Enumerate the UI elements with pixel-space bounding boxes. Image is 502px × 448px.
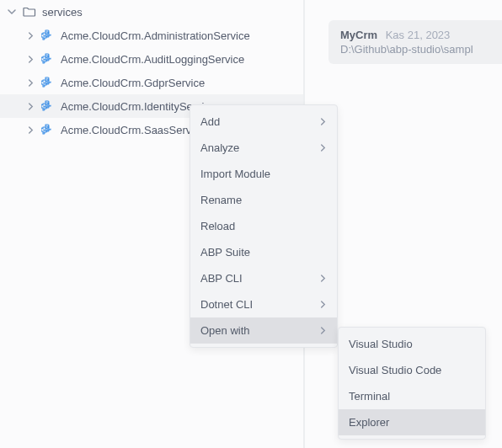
menu-item[interactable]: ABP Suite [190,239,337,265]
module-icon [40,51,56,67]
menu-item-label: ABP Suite [200,246,250,259]
chevron-down-icon [5,5,19,19]
menu-item-label: Import Module [200,168,270,180]
menu-item-label: ABP CLI [200,272,243,285]
tree-item[interactable]: Acme.CloudCrm.AdministrationService [0,24,303,47]
menu-item-label: Reload [200,220,235,232]
tree-item-label: Acme.CloudCrm.AuditLoggingService [61,53,244,66]
context-submenu: Visual StudioVisual Studio CodeTerminalE… [338,327,486,440]
module-icon [40,122,56,137]
project-path: D:\Github\abp-studio\sampl [340,43,502,56]
tree-item-label: Acme.CloudCrm.SaasService [61,124,206,136]
tree-item[interactable]: Acme.CloudCrm.GdprService [0,71,303,94]
chevron-right-icon [24,76,37,89]
submenu-item[interactable]: Visual Studio [339,331,485,357]
project-card[interactable]: MyCrm Kas 21, 2023 D:\Github\abp-studio\… [328,20,502,64]
submenu-item-label: Terminal [349,390,390,403]
module-icon [40,28,56,43]
project-date: Kas 21, 2023 [386,29,451,41]
project-title: MyCrm [340,29,377,41]
submenu-item-label: Explorer [349,416,389,429]
menu-item[interactable]: Dotnet CLI [190,291,337,317]
menu-item[interactable]: Analyze [190,135,337,161]
tree-item[interactable]: Acme.CloudCrm.AuditLoggingService [0,47,303,71]
menu-item[interactable]: ABP CLI [190,265,337,291]
menu-item[interactable]: Reload [190,213,337,239]
submenu-item[interactable]: Explorer [339,409,485,435]
submenu-item-label: Visual Studio [349,338,413,350]
chevron-right-icon [319,325,327,337]
menu-item-label: Analyze [200,141,239,154]
chevron-right-icon [319,299,327,311]
tree-folder-services[interactable]: services [0,0,303,24]
submenu-item[interactable]: Terminal [339,383,485,409]
chevron-right-icon [319,116,327,128]
context-menu: AddAnalyzeImport ModuleRenameReloadABP S… [190,104,338,348]
submenu-item[interactable]: Visual Studio Code [339,357,485,383]
module-icon [40,99,56,114]
chevron-right-icon [24,123,37,136]
tree-item-label: Acme.CloudCrm.GdprService [61,77,205,89]
chevron-right-icon [319,142,327,154]
chevron-right-icon [319,273,327,285]
chevron-right-icon [24,99,37,113]
tree-item-label: Acme.CloudCrm.AdministrationService [61,29,250,42]
menu-item-label: Open with [200,324,250,337]
submenu-item-label: Visual Studio Code [349,364,441,376]
folder-icon [22,4,37,19]
menu-item-label: Rename [200,194,242,206]
menu-item[interactable]: Rename [190,187,337,213]
tree-folder-label: services [42,6,83,19]
menu-item-label: Add [200,115,220,128]
chevron-right-icon [24,29,37,42]
menu-item[interactable]: Import Module [190,161,337,187]
chevron-right-icon [24,52,37,66]
module-icon [40,75,56,90]
menu-item-label: Dotnet CLI [200,298,253,311]
menu-item[interactable]: Add [190,109,337,135]
menu-item[interactable]: Open with [190,317,337,344]
project-info-panel: MyCrm Kas 21, 2023 D:\Github\abp-studio\… [328,20,502,64]
